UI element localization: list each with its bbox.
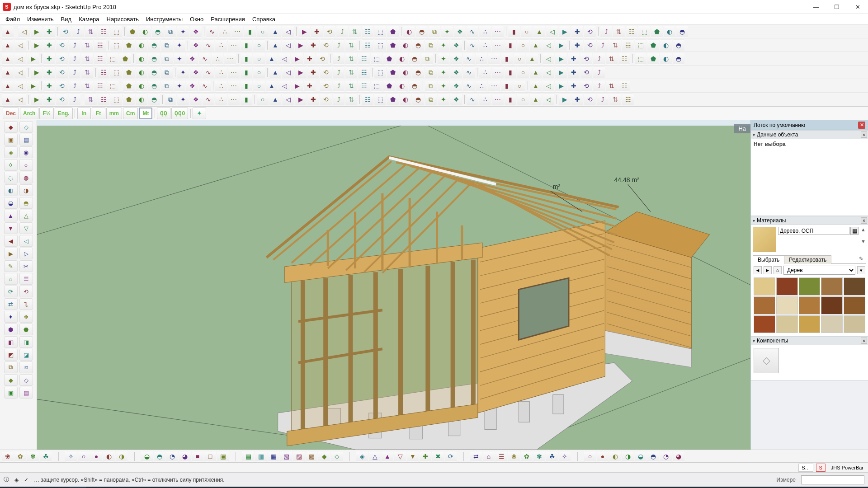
- tool-button[interactable]: ⋯: [224, 53, 236, 65]
- tool-button[interactable]: ☷: [622, 94, 634, 105]
- tool-button[interactable]: ◓: [676, 26, 688, 38]
- bottom-tool-button[interactable]: ◕: [673, 451, 684, 462]
- tool-button[interactable]: ⤴: [593, 53, 605, 65]
- tool-button[interactable]: ☷: [94, 39, 106, 51]
- bottom-tool-button[interactable]: ▼: [407, 451, 419, 462]
- component-thumb[interactable]: ◇: [754, 348, 779, 373]
- tool-button[interactable]: ⬟: [123, 39, 135, 51]
- tool-button[interactable]: ☷: [358, 53, 370, 65]
- tool-button[interactable]: ▶: [555, 53, 567, 65]
- bottom-tool-button[interactable]: ❀: [2, 451, 14, 462]
- entity-info-header[interactable]: ▾ Данные объекта ×: [751, 130, 868, 139]
- bottom-tool-button[interactable]: ◕: [179, 451, 191, 462]
- tool-button[interactable]: ◁: [546, 26, 558, 38]
- tool-button[interactable]: ✚: [307, 39, 319, 51]
- tool-button[interactable]: ✦: [177, 94, 189, 105]
- tool-button[interactable]: ⟲: [56, 94, 68, 105]
- tool-button[interactable]: ⤴: [597, 94, 609, 105]
- materials-close-icon[interactable]: ×: [861, 217, 867, 224]
- tool-button[interactable]: ▶: [555, 39, 567, 51]
- tool-button[interactable]: ⇅: [81, 80, 93, 92]
- tool-button[interactable]: ▶: [559, 26, 571, 38]
- tool-button[interactable]: ◁: [14, 53, 26, 65]
- tool-button[interactable]: ⬚: [374, 26, 386, 38]
- tool-button[interactable]: ◓: [412, 39, 424, 51]
- tool-button[interactable]: ◁: [542, 94, 554, 105]
- tool-button[interactable]: ⬚: [371, 80, 382, 92]
- tool-button[interactable]: ✚: [43, 53, 55, 65]
- tool-button[interactable]: ⋯: [492, 39, 504, 51]
- tool-button[interactable]: ❖: [450, 66, 462, 78]
- tool-button[interactable]: ∿: [203, 39, 214, 51]
- left-tool-button[interactable]: ◇: [19, 121, 33, 133]
- tool-button[interactable]: ∴: [215, 66, 227, 78]
- left-tool-button[interactable]: ◑: [19, 184, 33, 196]
- left-tool-button[interactable]: ◓: [19, 197, 33, 209]
- bottom-tool-button[interactable]: ◔: [166, 451, 178, 462]
- tool-button[interactable]: ▶: [31, 94, 42, 105]
- tool-button[interactable]: ☷: [362, 39, 373, 51]
- tool-button[interactable]: ▶: [31, 66, 42, 78]
- tool-button[interactable]: ❖: [450, 80, 462, 92]
- tool-button[interactable]: ∿: [203, 66, 214, 78]
- bottom-tool-button[interactable]: ⌂: [483, 451, 495, 462]
- tool-button[interactable]: ⧉: [161, 39, 173, 51]
- tool-button[interactable]: ❖: [190, 39, 202, 51]
- tool-button[interactable]: ✦: [177, 66, 189, 78]
- tool-button[interactable]: ▮: [244, 26, 256, 38]
- tool-button[interactable]: ◁: [278, 80, 290, 92]
- tool-button[interactable]: ⬟: [647, 53, 659, 65]
- tool-button[interactable]: ∴: [212, 53, 223, 65]
- mat-home-button[interactable]: ⌂: [774, 266, 782, 274]
- tool-button[interactable]: ▮: [501, 53, 513, 65]
- bottom-tool-button[interactable]: ◒: [635, 451, 646, 462]
- tool-button[interactable]: ▶: [291, 53, 303, 65]
- tool-button[interactable]: ◐: [136, 80, 147, 92]
- left-tool-button[interactable]: ◧: [4, 336, 18, 348]
- tool-button[interactable]: ○: [514, 53, 525, 65]
- left-tool-button[interactable]: ◀: [4, 235, 18, 247]
- tool-button[interactable]: ⇅: [345, 53, 357, 65]
- tool-button[interactable]: ✦: [438, 94, 449, 105]
- menu-file[interactable]: Файл: [2, 15, 24, 23]
- tool-button[interactable]: ◁: [282, 39, 294, 51]
- material-swatch[interactable]: [776, 315, 798, 333]
- tool-button[interactable]: ⋯: [228, 80, 240, 92]
- bottom-tool-button[interactable]: ✿: [14, 451, 26, 462]
- tool-button[interactable]: ∴: [215, 39, 227, 51]
- tool-button[interactable]: ∿: [463, 80, 475, 92]
- tool-button[interactable]: ✚: [568, 66, 580, 78]
- tool-button[interactable]: ✦: [438, 39, 449, 51]
- tool-button[interactable]: ◐: [136, 39, 147, 51]
- unit-eng[interactable]: Eng.: [55, 108, 73, 119]
- bottom-tool-button[interactable]: ◒: [141, 451, 153, 462]
- tool-button[interactable]: ◓: [673, 53, 684, 65]
- tool-button[interactable]: ▶: [31, 26, 42, 38]
- tool-button[interactable]: ⬚: [110, 26, 122, 38]
- tool-button[interactable]: ⇅: [81, 66, 93, 78]
- tool-button[interactable]: ∿: [206, 26, 218, 38]
- tool-button[interactable]: ❖: [186, 80, 198, 92]
- tool-button[interactable]: ◁: [542, 66, 554, 78]
- tool-button[interactable]: ✚: [568, 80, 580, 92]
- unit-frac[interactable]: F½: [39, 108, 53, 119]
- tool-button[interactable]: ▲: [2, 39, 14, 51]
- bottom-tool-button[interactable]: ▨: [293, 451, 305, 462]
- tool-button[interactable]: ◓: [673, 39, 684, 51]
- menu-tools[interactable]: Инструменты: [142, 15, 186, 23]
- tool-button[interactable]: ☷: [362, 94, 373, 105]
- tool-button[interactable]: ∿: [467, 94, 478, 105]
- tool-button[interactable]: ◓: [412, 66, 424, 78]
- tool-button[interactable]: ✦: [438, 66, 449, 78]
- tool-button[interactable]: ▮: [241, 39, 252, 51]
- tool-button[interactable]: ⧉: [425, 80, 437, 92]
- tool-button[interactable]: ▲: [530, 80, 542, 92]
- bottom-tool-button[interactable]: ◐: [103, 451, 115, 462]
- menu-extensions[interactable]: Расширения: [207, 15, 249, 23]
- tool-button[interactable]: ⬚: [374, 66, 386, 78]
- tool-button[interactable]: ⟲: [580, 80, 592, 92]
- tool-button[interactable]: ◁: [542, 53, 554, 65]
- menu-window[interactable]: Окно: [186, 15, 207, 23]
- tool-button[interactable]: ✚: [43, 66, 55, 78]
- tool-button[interactable]: ⇅: [606, 80, 618, 92]
